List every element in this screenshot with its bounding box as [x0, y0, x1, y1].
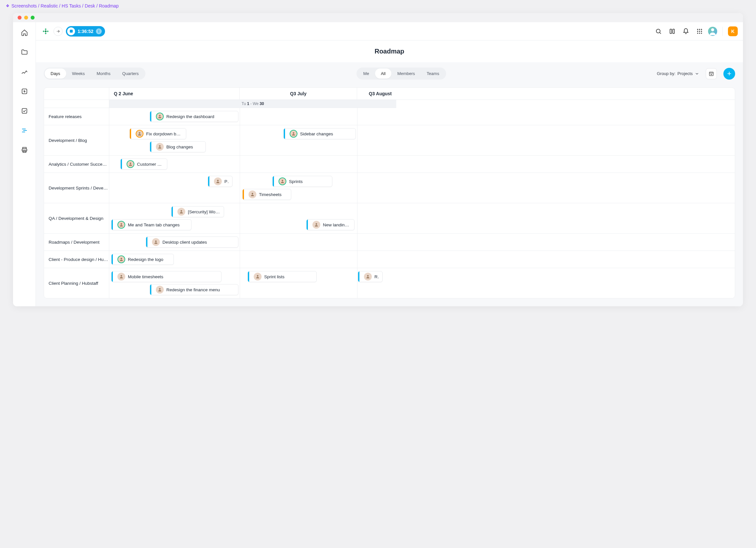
- svg-point-20: [711, 28, 714, 31]
- task-card[interactable]: Desktop client updates: [146, 236, 238, 248]
- calendar-cancel-button[interactable]: [706, 68, 717, 79]
- task-title: Provi…: [224, 179, 229, 184]
- task-title: Redesign the dashboard: [166, 114, 214, 119]
- row-label: Development / Blog: [44, 125, 109, 155]
- row-label: Feature releases: [44, 108, 109, 125]
- col-q3-august: Q3 August: [357, 88, 396, 99]
- nav-home[interactable]: [18, 26, 31, 39]
- mac-maximize[interactable]: [31, 16, 35, 20]
- mac-close[interactable]: [18, 16, 22, 20]
- svg-point-27: [217, 180, 219, 181]
- task-title: Fix dorpdown behavior: [146, 131, 183, 136]
- roadmap-row: Feature releasesRedesign the dashboard: [44, 108, 735, 125]
- task-card[interactable]: Blog changes: [150, 141, 206, 152]
- nav-folder[interactable]: [18, 46, 31, 59]
- assignee-avatar: [117, 255, 125, 263]
- breadcrumb-item[interactable]: Realistic: [41, 3, 58, 8]
- breadcrumb-item[interactable]: Desk: [85, 3, 95, 8]
- task-card[interactable]: Customer emails: [120, 159, 167, 170]
- mac-minimize[interactable]: [24, 16, 28, 20]
- date-range-label: Tu 1 - We 30: [109, 100, 396, 108]
- task-card[interactable]: Rebu…: [358, 271, 383, 282]
- task-card[interactable]: Sprints: [272, 176, 332, 187]
- forward-button[interactable]: [53, 27, 63, 36]
- task-card[interactable]: Redesign the dashboard: [150, 111, 238, 122]
- app-logo-icon[interactable]: [41, 27, 50, 36]
- task-card[interactable]: Me and Team tab changes: [111, 219, 191, 230]
- bell-icon[interactable]: [681, 26, 691, 37]
- nav-activity[interactable]: [18, 65, 31, 78]
- svg-point-18: [699, 33, 700, 34]
- assignee-avatar: [136, 130, 144, 138]
- breadcrumb: ❖ Screenshots / Realistic / HS Tasks / D…: [0, 0, 756, 12]
- nav-roadmap[interactable]: [18, 124, 31, 137]
- card-stripe: [112, 220, 113, 230]
- assignee-avatar: [156, 113, 164, 120]
- apps-grid-icon[interactable]: [694, 26, 705, 37]
- svg-point-30: [181, 210, 182, 212]
- row-tracks: Customer emails: [109, 156, 396, 173]
- people-tab-teams[interactable]: Teams: [421, 69, 445, 79]
- task-card[interactable]: Redesign the finance menu: [150, 284, 238, 295]
- task-card[interactable]: New landing page…: [306, 219, 355, 230]
- workspace-badge[interactable]: K: [728, 26, 738, 36]
- roadmap-row: Client - Produce design / Hu…Redesign th…: [44, 251, 735, 268]
- task-card[interactable]: Mobile timesheets: [111, 271, 221, 282]
- card-stripe: [150, 284, 151, 295]
- timer-info-icon[interactable]: i: [96, 28, 102, 34]
- card-stripe: [150, 142, 151, 152]
- timer-stop-icon[interactable]: [67, 27, 75, 35]
- add-button[interactable]: +: [723, 68, 735, 80]
- search-icon[interactable]: [653, 26, 664, 37]
- breadcrumb-item[interactable]: Screenshots: [11, 3, 37, 8]
- assignee-avatar: [152, 238, 160, 246]
- scale-tab-months[interactable]: Months: [91, 69, 116, 79]
- task-card[interactable]: Fix dorpdown behavior: [129, 128, 186, 139]
- nav-checkbox[interactable]: [18, 104, 31, 117]
- assignee-avatar: [290, 130, 297, 138]
- people-tab-members[interactable]: Members: [391, 69, 421, 79]
- timer-value: 1:36:52: [78, 29, 93, 34]
- roadmap-row: Client Planning / HubstaffMobile timeshe…: [44, 268, 735, 298]
- task-card[interactable]: Sprint lists: [248, 271, 317, 282]
- breadcrumb-item[interactable]: HS Tasks: [62, 3, 81, 8]
- task-card[interactable]: Sidebar changes: [283, 128, 356, 139]
- svg-point-19: [701, 33, 702, 34]
- assignee-avatar: [249, 190, 256, 198]
- timer-pill[interactable]: 1:36:52 i: [66, 26, 105, 37]
- svg-rect-7: [23, 151, 26, 153]
- svg-point-37: [367, 275, 369, 277]
- people-tab-all[interactable]: All: [375, 69, 391, 79]
- assignee-avatar: [254, 273, 262, 281]
- svg-point-25: [159, 145, 161, 147]
- task-card[interactable]: Timesheets: [242, 189, 291, 200]
- breadcrumb-item[interactable]: Roadmap: [99, 3, 119, 8]
- task-card[interactable]: [Sercurity] Work break…: [171, 206, 224, 217]
- group-by-value: Projects: [677, 71, 693, 76]
- nav-energy[interactable]: [18, 85, 31, 98]
- svg-point-26: [130, 162, 131, 164]
- card-stripe: [112, 271, 113, 282]
- user-avatar[interactable]: [708, 27, 717, 36]
- task-title: Redesign the logo: [128, 257, 163, 262]
- scale-tab-days[interactable]: Days: [45, 69, 66, 79]
- task-title: Sidebar changes: [300, 131, 333, 136]
- scale-segmented: DaysWeeksMonthsQuarters: [44, 68, 145, 80]
- row-tracks: Mobile timesheetsSprint listsRebu…Redesi…: [109, 268, 396, 298]
- group-by-dropdown[interactable]: Group by: Projects: [657, 71, 699, 76]
- row-label: Analytics / Customer Succe…: [44, 156, 109, 173]
- svg-point-8: [656, 29, 660, 33]
- nav-print[interactable]: [18, 144, 31, 157]
- task-card[interactable]: Redesign the logo: [111, 254, 174, 265]
- card-stripe: [284, 129, 285, 139]
- task-card[interactable]: Provi…: [208, 176, 233, 187]
- divider: [722, 27, 723, 36]
- card-stripe: [208, 176, 209, 187]
- roadmap-row: QA / Development & Design[Sercurity] Wor…: [44, 203, 735, 234]
- svg-point-32: [316, 223, 317, 225]
- scale-tab-weeks[interactable]: Weeks: [66, 69, 91, 79]
- scale-tab-quarters[interactable]: Quarters: [116, 69, 145, 79]
- chevron-down-icon: [695, 71, 699, 76]
- people-tab-me[interactable]: Me: [357, 69, 375, 79]
- panels-icon[interactable]: [667, 26, 677, 37]
